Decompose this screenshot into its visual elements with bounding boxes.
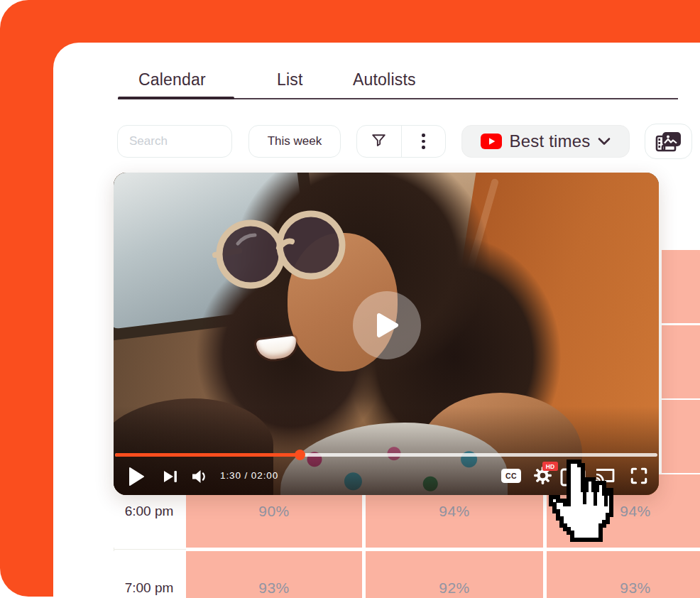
filter-menu-group <box>356 125 446 158</box>
best-times-label: Best times <box>509 131 590 151</box>
tab-autolists[interactable]: Autolists <box>353 70 416 89</box>
active-tab-underline <box>118 97 234 99</box>
photo-sunglasses <box>195 201 366 297</box>
hand-pointer-cursor <box>544 458 615 547</box>
chevron-down-icon <box>598 137 611 146</box>
tab-list[interactable]: List <box>277 70 303 89</box>
big-play-icon <box>373 310 401 340</box>
media-library-button[interactable] <box>645 124 692 159</box>
search-box[interactable] <box>117 125 232 158</box>
play-button[interactable] <box>128 467 145 486</box>
time-row-divider <box>114 549 186 550</box>
progress-fill <box>115 453 300 457</box>
play-icon <box>128 467 145 486</box>
search-input[interactable] <box>128 134 223 149</box>
cc-icon: CC <box>505 472 517 480</box>
volume-button[interactable] <box>190 469 209 484</box>
youtube-icon <box>481 134 502 149</box>
fullscreen-button[interactable] <box>630 467 648 485</box>
grid-cell-sliver[interactable] <box>662 400 700 473</box>
skip-next-button[interactable] <box>163 469 178 484</box>
best-time-cell[interactable]: 93% <box>186 551 362 598</box>
tab-calendar[interactable]: Calendar <box>138 70 206 89</box>
best-times-dropdown[interactable]: Best times <box>461 125 630 158</box>
big-play-button[interactable] <box>353 291 421 359</box>
best-time-cell[interactable]: 93% <box>547 551 700 598</box>
kebab-menu-icon <box>422 134 425 149</box>
skip-next-icon <box>163 469 178 484</box>
grid-cell-sliver[interactable] <box>662 250 700 323</box>
week-select-button[interactable]: This week <box>248 125 341 158</box>
media-library-icon <box>655 130 683 153</box>
video-player[interactable]: 1:30 / 02:00 CC HD <box>114 173 659 495</box>
funnel-icon <box>370 131 388 152</box>
filter-button[interactable] <box>357 126 401 157</box>
fullscreen-icon <box>630 467 648 485</box>
progress-bar[interactable] <box>115 453 657 457</box>
best-time-cell[interactable]: 92% <box>366 551 543 598</box>
grid-cell-sliver[interactable] <box>662 325 700 398</box>
volume-icon <box>190 469 209 484</box>
progress-knob[interactable] <box>295 450 305 460</box>
time-display: 1:30 / 02:00 <box>220 470 278 481</box>
more-options-button[interactable] <box>401 126 446 157</box>
time-label: 7:00 pm <box>114 551 185 598</box>
captions-button[interactable]: CC <box>501 469 521 483</box>
